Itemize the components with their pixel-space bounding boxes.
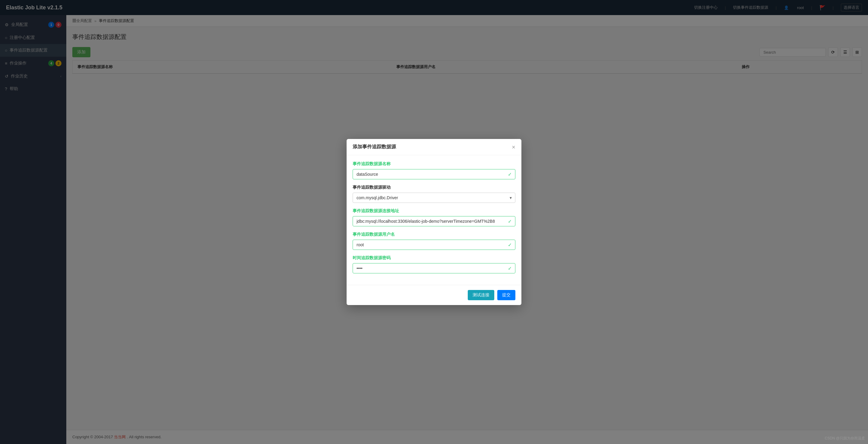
name-label: 事件追踪数据源名称 [352,161,516,167]
driver-select-wrapper: com.mysql.jdbc.Driver org.postgresql.Dri… [352,193,516,203]
modal: 添加事件追踪数据源 × 事件追踪数据源名称 ✓ 事件追踪数据源驱动 com.my… [347,139,521,305]
password-label: 时间追踪数据源密码 [352,255,516,261]
url-check-icon: ✓ [508,219,512,224]
url-label: 事件追踪数据源连接地址 [352,208,516,214]
password-input[interactable] [352,263,516,274]
username-input[interactable] [352,240,516,250]
url-input-wrapper: ✓ [352,216,516,226]
modal-header: 添加事件追踪数据源 × [347,139,521,155]
username-input-wrapper: ✓ [352,240,516,250]
name-input-wrapper: ✓ [352,169,516,179]
username-check-icon: ✓ [508,242,512,248]
test-connection-button[interactable]: 测试连接 [468,290,494,300]
name-check-icon: ✓ [508,171,512,177]
modal-close-button[interactable]: × [512,144,516,150]
password-input-wrapper: ✓ [352,263,516,274]
url-input[interactable] [352,216,516,226]
form-group-username: 事件追踪数据源用户名 ✓ [352,232,516,250]
driver-label: 事件追踪数据源驱动 [352,185,516,190]
modal-body: 事件追踪数据源名称 ✓ 事件追踪数据源驱动 com.mysql.jdbc.Dri… [347,155,521,285]
modal-title: 添加事件追踪数据源 [352,144,396,150]
username-label: 事件追踪数据源用户名 [352,232,516,237]
form-group-driver: 事件追踪数据源驱动 com.mysql.jdbc.Driver org.post… [352,185,516,203]
modal-footer: 测试连接 提交 [347,285,521,305]
csdn-watermark: CSDN @只因为你而温柔 [825,436,865,441]
driver-select[interactable]: com.mysql.jdbc.Driver org.postgresql.Dri… [352,193,516,203]
form-group-password: 时间追踪数据源密码 ✓ [352,255,516,274]
modal-overlay: 添加事件追踪数据源 × 事件追踪数据源名称 ✓ 事件追踪数据源驱动 com.my… [0,0,868,444]
form-group-name: 事件追踪数据源名称 ✓ [352,161,516,179]
form-group-url: 事件追踪数据源连接地址 ✓ [352,208,516,226]
password-check-icon: ✓ [508,265,512,271]
name-input[interactable] [352,169,516,179]
submit-button[interactable]: 提交 [497,290,516,300]
